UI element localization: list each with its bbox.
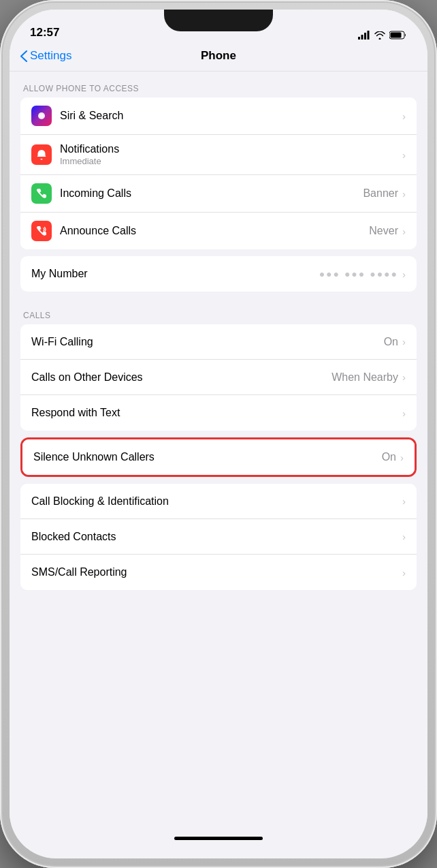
sms-reporting-right: ›: [401, 567, 406, 578]
notifications-title: Notifications: [60, 143, 401, 155]
calls-other-devices-row[interactable]: Calls on Other Devices When Nearby ›: [20, 360, 417, 395]
silence-right: On ›: [382, 451, 404, 463]
status-icons: [358, 31, 407, 40]
allow-access-label: ALLOW PHONE TO ACCESS: [10, 72, 427, 97]
notifications-content: Notifications Immediate: [60, 143, 401, 166]
notifications-icon: [31, 144, 52, 165]
signal-icon: [358, 31, 370, 40]
sms-reporting-content: SMS/Call Reporting: [31, 566, 401, 578]
incoming-calls-chevron: ›: [402, 188, 406, 200]
notifications-row[interactable]: Notifications Immediate ›: [20, 135, 417, 175]
allow-access-group: Siri & Search › Notifications: [20, 97, 417, 249]
announce-calls-title: Announce Calls: [60, 225, 369, 237]
siri-icon: [31, 106, 52, 126]
incoming-calls-icon: [31, 183, 52, 204]
call-blocking-content: Call Blocking & Identification: [31, 495, 401, 508]
my-number-right: ●●● ●●● ●●●● ›: [319, 268, 406, 280]
incoming-calls-content: Incoming Calls: [60, 187, 363, 200]
calls-group: Wi-Fi Calling On › Calls on Other Device…: [20, 324, 417, 431]
call-blocking-title: Call Blocking & Identification: [31, 495, 401, 508]
siri-search-title: Siri & Search: [60, 110, 401, 122]
calls-other-devices-content: Calls on Other Devices: [31, 371, 331, 384]
calls-label: CALLS: [10, 298, 427, 324]
wifi-calling-chevron: ›: [402, 336, 406, 347]
blocked-contacts-row[interactable]: Blocked Contacts ›: [20, 519, 417, 555]
blocked-contacts-content: Blocked Contacts: [31, 531, 401, 543]
svg-rect-2: [364, 33, 366, 40]
announce-calls-value: Never: [369, 225, 398, 237]
wifi-calling-title: Wi-Fi Calling: [31, 336, 384, 348]
notifications-right: ›: [401, 149, 406, 161]
phone-frame: 12:57: [0, 0, 437, 868]
status-bar: 12:57: [10, 10, 427, 44]
siri-chevron: ›: [402, 110, 406, 122]
sms-reporting-chevron: ›: [402, 567, 406, 578]
respond-text-content: Respond with Text: [31, 407, 401, 419]
silence-content: Silence Unknown Callers: [33, 451, 382, 463]
respond-text-row[interactable]: Respond with Text ›: [20, 395, 417, 431]
blocked-contacts-title: Blocked Contacts: [31, 531, 401, 543]
siri-search-row[interactable]: Siri & Search ›: [20, 97, 417, 135]
announce-calls-row[interactable]: Announce Calls Never ›: [20, 213, 417, 249]
incoming-calls-value: Banner: [363, 187, 398, 200]
call-blocking-right: ›: [401, 495, 406, 507]
incoming-calls-title: Incoming Calls: [60, 187, 363, 200]
incoming-calls-row[interactable]: Incoming Calls Banner ›: [20, 175, 417, 213]
silence-value: On: [382, 451, 396, 463]
notifications-chevron: ›: [402, 149, 406, 161]
calls-other-devices-title: Calls on Other Devices: [31, 371, 331, 384]
home-bar: [174, 837, 263, 840]
respond-text-title: Respond with Text: [31, 407, 401, 419]
announce-calls-chevron: ›: [402, 226, 406, 237]
battery-icon: [389, 31, 407, 40]
my-number-chevron: ›: [402, 268, 406, 280]
wifi-calling-row[interactable]: Wi-Fi Calling On ›: [20, 324, 417, 360]
my-number-content: My Number: [31, 268, 319, 280]
svg-rect-0: [358, 37, 360, 40]
respond-text-chevron: ›: [402, 407, 406, 419]
call-blocking-chevron: ›: [402, 495, 406, 507]
scroll-area: ALLOW PHONE TO ACCESS Siri & Search ›: [10, 72, 427, 828]
announce-calls-right: Never ›: [369, 225, 406, 237]
wifi-icon: [374, 31, 385, 40]
my-number-title: My Number: [31, 268, 319, 280]
silence-row[interactable]: Silence Unknown Callers On ›: [22, 439, 415, 475]
wifi-calling-content: Wi-Fi Calling: [31, 336, 384, 348]
wifi-calling-value: On: [384, 336, 398, 348]
siri-search-right: ›: [401, 110, 406, 122]
notifications-subtitle: Immediate: [60, 156, 401, 166]
back-label: Settings: [30, 49, 71, 63]
calls-other-devices-chevron: ›: [402, 371, 406, 383]
blocked-contacts-right: ›: [401, 531, 406, 542]
calls-other-devices-value: When Nearby: [331, 371, 398, 384]
svg-point-7: [39, 114, 44, 118]
bottom-group: Call Blocking & Identification › Blocked…: [20, 484, 417, 590]
sms-reporting-row[interactable]: SMS/Call Reporting ›: [20, 555, 417, 590]
silence-chevron: ›: [400, 452, 404, 463]
svg-rect-1: [361, 35, 363, 40]
my-number-row[interactable]: My Number ●●● ●●● ●●●● ›: [20, 256, 417, 292]
phone-screen: 12:57: [10, 10, 427, 858]
silence-title: Silence Unknown Callers: [33, 451, 382, 463]
respond-text-right: ›: [401, 407, 406, 419]
sms-reporting-title: SMS/Call Reporting: [31, 566, 401, 578]
calls-other-devices-right: When Nearby ›: [331, 371, 406, 384]
svg-rect-5: [391, 33, 402, 38]
status-time: 12:57: [30, 26, 59, 40]
incoming-calls-right: Banner ›: [363, 187, 406, 200]
announce-calls-icon: [31, 221, 52, 241]
call-blocking-row[interactable]: Call Blocking & Identification ›: [20, 484, 417, 519]
siri-search-content: Siri & Search: [60, 110, 401, 122]
silence-wrapper: Silence Unknown Callers On ›: [20, 437, 417, 477]
notch: [164, 10, 273, 31]
my-number-group: My Number ●●● ●●● ●●●● ›: [20, 256, 417, 292]
silence-highlighted[interactable]: Silence Unknown Callers On ›: [20, 437, 417, 477]
back-button[interactable]: Settings: [20, 49, 71, 63]
announce-calls-content: Announce Calls: [60, 225, 369, 237]
nav-bar: Settings Phone: [10, 44, 427, 72]
wifi-calling-right: On ›: [384, 336, 406, 348]
home-indicator: [10, 828, 427, 848]
svg-rect-3: [368, 31, 370, 40]
my-number-value: ●●● ●●● ●●●●: [319, 268, 398, 279]
blocked-contacts-chevron: ›: [402, 531, 406, 542]
